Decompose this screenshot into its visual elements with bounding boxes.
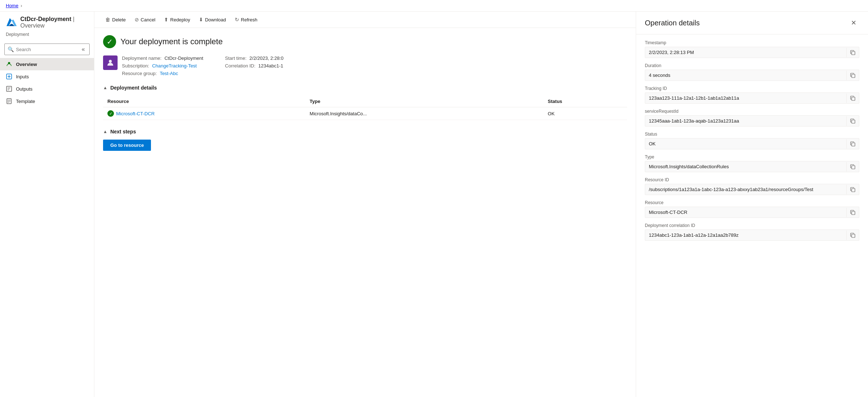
op-field-1: Duration 4 seconds (645, 63, 859, 81)
search-input[interactable] (16, 47, 78, 52)
field-label-1: Duration (645, 63, 859, 68)
row-success-icon: ✓ (107, 110, 114, 117)
copy-button-6[interactable] (846, 185, 859, 194)
go-to-resource-button[interactable]: Go to resource (103, 140, 151, 151)
search-container: 🔍 « (4, 44, 90, 55)
deployment-name-value: CtDcr-Deployment (164, 55, 203, 61)
delete-button[interactable]: 🗑 Delete (102, 15, 130, 25)
field-value-row-6: /subscriptions/1a123a1a-1abc-123a-a123-a… (645, 184, 859, 195)
op-panel-body: Timestamp 2/2/2023, 2:28:13 PM Duration … (636, 34, 868, 247)
copy-button-5[interactable] (846, 162, 859, 171)
field-label-4: Status (645, 132, 859, 137)
copy-button-0[interactable] (846, 48, 859, 57)
redeploy-icon: ⬆ (164, 17, 168, 22)
field-label-3: serviceRequestId (645, 109, 859, 114)
copy-button-3[interactable] (846, 116, 859, 126)
inputs-icon (6, 73, 12, 80)
azure-logo-icon (6, 17, 17, 28)
col-resource: Resource (103, 96, 305, 107)
svg-rect-10 (852, 97, 855, 100)
field-value-7: Microsoft-CT-DCR (645, 207, 846, 218)
deployment-complete-banner: ✓ Your deployment is complete (103, 35, 627, 48)
deployment-details-header[interactable]: ▲ Deployment details (103, 85, 627, 91)
field-value-2: 123aa123-111a-12a1-12b1-1ab1a12ab11a (645, 93, 846, 103)
sidebar-item-inputs-label: Inputs (16, 74, 29, 79)
svg-rect-15 (852, 211, 855, 215)
sidebar-item-outputs-label: Outputs (16, 86, 33, 92)
refresh-icon: ↻ (235, 17, 239, 22)
overview-icon (6, 61, 12, 67)
svg-rect-14 (852, 189, 855, 192)
redeploy-button[interactable]: ⬆ Redeploy (160, 15, 194, 25)
field-label-6: Resource ID (645, 177, 859, 182)
refresh-button[interactable]: ↻ Refresh (231, 15, 261, 25)
col-status: Status (544, 96, 627, 107)
field-value-row-2: 123aa123-111a-12a1-12b1-1ab1a12ab11a (645, 92, 859, 104)
sidebar-item-outputs[interactable]: Outputs (0, 83, 94, 95)
close-panel-button[interactable]: ✕ (848, 17, 859, 28)
deployment-meta-container: Deployment name: CtDcr-Deployment Subscr… (103, 55, 627, 85)
breadcrumb: Home › (0, 0, 868, 12)
field-value-4: OK (645, 138, 846, 149)
op-field-6: Resource ID /subscriptions/1a123a1a-1abc… (645, 177, 859, 195)
main-content: 🗑 Delete ⊘ Cancel ⬆ Redeploy ⬇ Download … (94, 12, 636, 397)
op-field-5: Type Microsoft.Insights/dataCollectionRu… (645, 154, 859, 172)
breadcrumb-separator: › (21, 3, 22, 8)
field-value-row-0: 2/2/2023, 2:28:13 PM (645, 47, 859, 58)
deployment-meta: Deployment name: CtDcr-Deployment Subscr… (122, 55, 283, 76)
op-panel-header: Operation details ✕ (636, 12, 868, 34)
subscription-link[interactable]: ChangeTracking-Test (152, 63, 197, 69)
sidebar-header: CtDcr-Deployment | Overview (0, 12, 94, 32)
deployment-title: Your deployment is complete (120, 37, 223, 46)
field-value-row-4: OK (645, 138, 859, 149)
cancel-button[interactable]: ⊘ Cancel (131, 15, 159, 25)
next-steps-header[interactable]: ▲ Next steps (103, 129, 627, 135)
cancel-icon: ⊘ (135, 17, 139, 22)
copy-button-4[interactable] (846, 139, 859, 149)
field-value-8: 1234abc1-123a-1ab1-a12a-12a1aa2b789z (645, 230, 846, 240)
toolbar: 🗑 Delete ⊘ Cancel ⬆ Redeploy ⬇ Download … (94, 12, 636, 28)
field-value-1: 4 seconds (645, 70, 846, 80)
sidebar-item-template[interactable]: Template (0, 95, 94, 107)
status-cell: OK (544, 107, 627, 120)
copy-button-8[interactable] (846, 231, 859, 240)
sidebar-nav: Overview Inputs Outputs Template (0, 58, 94, 107)
field-value-6: /subscriptions/1a123a1a-1abc-123a-a123-a… (645, 184, 846, 195)
field-label-7: Resource (645, 200, 859, 205)
resource-group-link[interactable]: Test-Abc (160, 71, 178, 76)
download-button[interactable]: ⬇ Download (195, 15, 230, 25)
sidebar: CtDcr-Deployment | Overview Deployment 🔍… (0, 12, 94, 397)
start-time-value: 2/2/2023, 2:28:0 (249, 55, 283, 61)
field-label-8: Deployment correlation ID (645, 223, 859, 228)
delete-icon: 🗑 (105, 17, 110, 22)
copy-button-2[interactable] (846, 94, 859, 103)
success-check-icon: ✓ (103, 35, 116, 48)
field-value-row-1: 4 seconds (645, 70, 859, 81)
content-area: ✓ Your deployment is complete Deployment… (94, 28, 636, 397)
collapse-button[interactable]: « (80, 45, 86, 53)
sidebar-item-overview[interactable]: Overview (0, 58, 94, 70)
svg-rect-16 (852, 234, 855, 237)
op-field-7: Resource Microsoft-CT-DCR (645, 200, 859, 218)
op-panel-title: Operation details (645, 19, 700, 27)
field-value-row-5: Microsoft.Insights/dataCollectionRules (645, 161, 859, 172)
op-field-4: Status OK (645, 132, 859, 149)
sidebar-subtitle: Deployment (0, 32, 94, 41)
resource-link[interactable]: ✓ Microsoft-CT-DCR (107, 110, 301, 117)
sidebar-item-inputs[interactable]: Inputs (0, 70, 94, 83)
breadcrumb-home[interactable]: Home (6, 3, 19, 8)
meta-block-right: Start time: 2/2/2023, 2:28:0 Correlation… (225, 55, 283, 76)
type-cell: Microsoft.Insights/dataCo... (305, 107, 543, 120)
svg-rect-11 (852, 120, 855, 123)
sidebar-item-overview-label: Overview (16, 62, 37, 67)
field-label-2: Tracking ID (645, 86, 859, 91)
copy-button-1[interactable] (846, 71, 859, 80)
copy-button-7[interactable] (846, 208, 859, 217)
op-field-0: Timestamp 2/2/2023, 2:28:13 PM (645, 40, 859, 58)
op-field-2: Tracking ID 123aa123-111a-12a1-12b1-1ab1… (645, 86, 859, 104)
field-value-row-7: Microsoft-CT-DCR (645, 207, 859, 218)
deployment-resource-icon (103, 55, 118, 70)
field-value-row-3: 12345aaa-1ab1-123a-aqab-1a123a1231aa (645, 115, 859, 127)
svg-rect-13 (852, 166, 855, 169)
svg-rect-8 (852, 51, 855, 55)
